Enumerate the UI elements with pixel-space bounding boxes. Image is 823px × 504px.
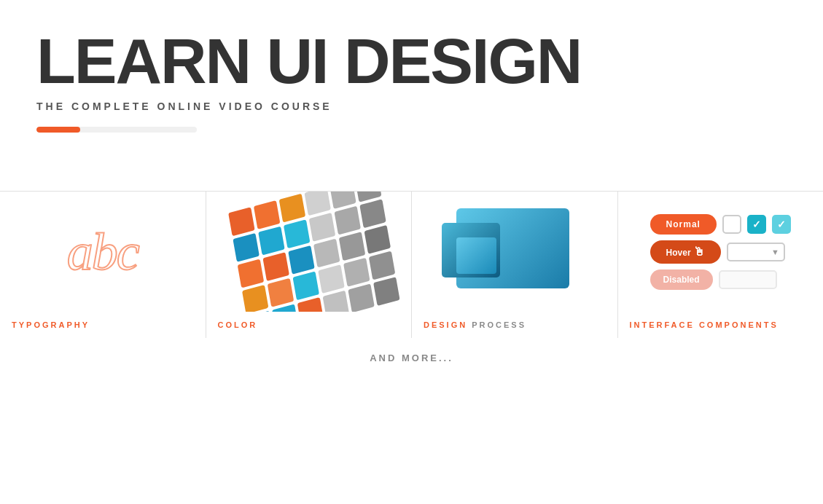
cursor-icon: 🖱 (693, 245, 705, 258)
interface-label: INTERFACE COMPONENTS (618, 312, 824, 338)
progress-bar-container (36, 127, 197, 133)
hover-button[interactable]: Hover 🖱 (650, 240, 721, 264)
typography-label-highlight: TYPOGRAPHY (12, 320, 90, 329)
subtitle: THE COMPLETE ONLINE VIDEO COURSE (36, 101, 787, 112)
and-more-section: AND MORE... (0, 338, 823, 378)
design-label-highlight: DESIGN (424, 320, 467, 329)
typography-abc: abc (60, 218, 146, 286)
dp-rect-small (456, 237, 496, 274)
progress-bar-fill (36, 127, 80, 133)
mosaic-cell-22 (343, 257, 370, 286)
mosaic-cell-13 (263, 252, 289, 281)
design-process-visual-container (412, 192, 617, 312)
main-title: LEARN UI DESIGN (36, 29, 787, 93)
mosaic-cell-17 (364, 224, 391, 253)
typography-card[interactable]: abc TYPOGRAPHY (0, 192, 206, 338)
mosaic-cell-3 (305, 192, 331, 216)
design-label-rest: PROCESS (472, 320, 526, 329)
mosaic-cell-7 (258, 226, 284, 255)
mosaic-cell-18 (242, 285, 268, 312)
mosaic-cell-12 (238, 259, 264, 288)
color-label-highlight: COLOR (218, 320, 258, 329)
disabled-row: Disabled (650, 269, 777, 290)
mosaic-cell-6 (233, 232, 260, 261)
disabled-button: Disabled (650, 269, 713, 290)
mosaic-cell-0 (228, 207, 254, 236)
mosaic-cell-29 (373, 277, 399, 306)
mosaic-cell-27 (323, 290, 349, 312)
mosaic-cell-15 (313, 238, 340, 267)
mosaic-cell-9 (309, 212, 335, 241)
design-process-label: DESIGN PROCESS (412, 312, 617, 338)
mosaic-cell-1 (254, 200, 280, 229)
mosaic-cell-16 (339, 232, 365, 261)
checked-checkbox-teal[interactable]: ✓ (747, 215, 766, 234)
mosaic-cell-19 (268, 277, 294, 307)
color-label: COLOR (206, 312, 412, 338)
hover-dropdown[interactable]: ▼ (727, 243, 785, 261)
mosaic-cell-11 (360, 199, 386, 228)
typography-label: TYPOGRAPHY (0, 312, 206, 338)
color-visual-container (206, 192, 412, 312)
checked-checkbox-light[interactable]: ✓ (772, 215, 791, 234)
normal-row: Normal ✓ ✓ (650, 214, 791, 235)
interface-visual-container: Normal ✓ ✓ Hover 🖱 ▼ Di (618, 192, 824, 312)
mosaic-grid (228, 192, 411, 312)
color-card[interactable]: COLOR (206, 192, 413, 338)
design-process-card[interactable]: DESIGN PROCESS (412, 192, 618, 338)
header-section: LEARN UI DESIGN THE COMPLETE ONLINE VIDE… (0, 0, 823, 147)
mosaic-cell-8 (284, 219, 310, 248)
cards-section: abc TYPOGRAPHY COLOR DESIGN PROCESS (0, 191, 823, 338)
typography-visual-container: abc (0, 192, 206, 312)
mosaic-cell-21 (319, 264, 345, 294)
mosaic-cell-10 (335, 205, 361, 235)
mosaic-cell-20 (293, 271, 319, 300)
normal-button[interactable]: Normal (650, 214, 717, 235)
interface-components-card[interactable]: Normal ✓ ✓ Hover 🖱 ▼ Di (618, 192, 824, 338)
hover-row: Hover 🖱 ▼ (650, 240, 785, 264)
unchecked-checkbox[interactable] (722, 215, 741, 234)
and-more-text: AND MORE... (370, 353, 453, 363)
interface-label-highlight: INTERFACE COMPONENTS (630, 320, 779, 329)
disabled-dropdown (719, 270, 777, 289)
color-mosaic (223, 192, 411, 312)
mosaic-cell-2 (279, 193, 305, 222)
design-process-visual (442, 201, 588, 303)
mosaic-cell-28 (348, 283, 375, 312)
mosaic-cell-23 (369, 251, 395, 280)
mosaic-cell-14 (288, 245, 314, 274)
mosaic-cell-4 (329, 192, 356, 208)
interface-visual: Normal ✓ ✓ Hover 🖱 ▼ Di (643, 207, 798, 297)
